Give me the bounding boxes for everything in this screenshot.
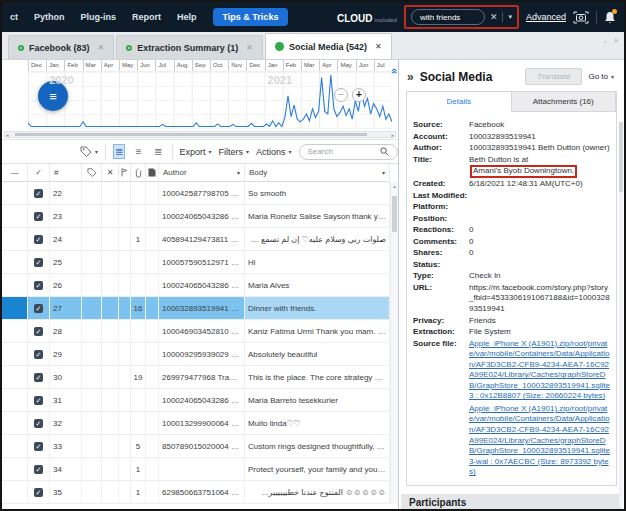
table-row[interactable]: ✓241405894129473811 قناة ال...صلوات ربي … <box>2 228 390 251</box>
advanced-search-link[interactable]: Advanced <box>526 12 566 22</box>
panel-scrollbar[interactable] <box>619 122 623 507</box>
row-attachment-count <box>131 320 146 342</box>
row-checkbox[interactable]: ✓ <box>34 258 43 267</box>
row-checkbox[interactable]: ✓ <box>34 327 43 336</box>
timeline-scrollbar[interactable]: ◂ ▸ <box>4 131 396 138</box>
global-search-input[interactable]: with friends <box>411 9 485 25</box>
table-row[interactable]: ✓28100046903452810 Dash...Kaniz Fatima U… <box>2 320 390 343</box>
table-row[interactable]: ✓31100024065043286 Celal...Maria Barreto… <box>2 389 390 412</box>
scrollbar-thumb[interactable] <box>392 196 397 232</box>
col-author[interactable]: Author▾ <box>159 164 245 181</box>
row-checkbox[interactable]: ✓ <box>34 465 43 474</box>
row-checkbox[interactable]: ✓ <box>34 235 43 244</box>
tab-close-icon[interactable]: ✕ <box>246 43 253 52</box>
close-icon[interactable]: ✕ <box>613 37 619 45</box>
scrollbar-thumb[interactable] <box>15 133 367 136</box>
row-author: 100024065043286 Celal... <box>159 205 245 227</box>
row-checkbox[interactable]: ✓ <box>34 419 43 428</box>
zoom-in-button[interactable]: + <box>352 88 366 102</box>
tab-attachments[interactable]: Attachments (16) <box>512 92 617 112</box>
row-checkbox-cell: ✓ <box>28 297 50 319</box>
source-file-link[interactable]: Apple_iPhone X (A1901).zip/root/private/… <box>469 404 610 478</box>
source-file-link[interactable]: Apple_iPhone X (A1901).zip/root/private/… <box>469 339 610 402</box>
table-row[interactable]: ✓22100042587798705 Abdul...So smooth <box>2 182 390 205</box>
col-dash[interactable]: — <box>2 164 28 181</box>
table-row[interactable]: ✓26100024065043286 Celal...Maria Alves <box>2 274 390 297</box>
tab-close-icon[interactable]: ✕ <box>98 43 105 52</box>
table-row[interactable]: ✓341Protect yourself, your family and yo… <box>2 458 390 481</box>
col-check[interactable]: ✓ <box>28 164 50 181</box>
tab-close-icon[interactable]: ✕ <box>375 42 382 51</box>
actions-button[interactable]: Actions▾ <box>256 147 292 157</box>
menu-item-python[interactable]: Python <box>34 12 65 22</box>
col-number[interactable]: # <box>50 164 82 181</box>
col-tag-icon[interactable] <box>82 164 102 181</box>
row-checkbox[interactable]: ✓ <box>34 304 43 313</box>
tab-details[interactable]: Details <box>407 92 512 112</box>
chevron-down-icon[interactable]: ⌄ <box>602 37 608 45</box>
tab-extraction[interactable]: Extraction Summary (1)✕ <box>116 35 263 59</box>
scroll-left-icon[interactable]: ◂ <box>6 132 9 138</box>
row-checkbox[interactable]: ✓ <box>34 442 43 451</box>
export-button[interactable]: Export▾ <box>179 147 211 157</box>
tab-social[interactable]: Social Media (542)✕ <box>265 33 392 59</box>
table-row[interactable]: ✓335850789015020004 L. Pri...Custom ring… <box>2 435 390 458</box>
scrollbar-thumb[interactable] <box>619 122 623 192</box>
table-row[interactable]: ✓2716100032893519941 Beth...Dinner with … <box>2 297 390 320</box>
row-checkbox[interactable]: ✓ <box>34 488 43 497</box>
detail-field-label: Status: <box>413 260 469 271</box>
expand-panel-icon[interactable]: » <box>407 70 414 84</box>
row-note-cell <box>146 205 159 227</box>
view-details-button[interactable]: ≡ <box>132 144 145 159</box>
translate-button[interactable]: Translate <box>525 68 582 85</box>
row-checkbox[interactable]: ✓ <box>34 350 43 359</box>
table-row[interactable]: ✓29100009295939029 Kaniz...Absolutely be… <box>2 343 390 366</box>
row-checkbox-cell: ✓ <box>28 251 50 273</box>
row-body: So smooth <box>245 182 390 204</box>
menu-item-ct[interactable]: ct <box>10 12 18 22</box>
row-author: 850789015020004 L. Pri... <box>159 435 245 457</box>
zoom-out-button[interactable]: − <box>334 88 348 102</box>
screenshot-icon[interactable] <box>573 11 589 24</box>
row-checkbox[interactable]: ✓ <box>34 373 43 382</box>
menu-item-report[interactable]: Report <box>132 12 161 22</box>
view-compact-button[interactable]: ≣ <box>152 144 165 159</box>
table-row[interactable]: ✓25100057590512971 ইফতে...Hi <box>2 251 390 274</box>
grid-search-input[interactable]: Search <box>299 144 399 160</box>
row-flag-cell <box>119 274 131 296</box>
filters-button[interactable]: Filters▾ <box>218 147 249 157</box>
table-row[interactable]: ✓23100024065043286 Celal...Maria Roneliz… <box>2 205 390 228</box>
scroll-right-icon[interactable]: ▸ <box>391 132 394 138</box>
search-clear-icon[interactable]: ✕ <box>490 13 498 22</box>
col-note-icon[interactable] <box>146 164 159 181</box>
view-list-button[interactable]: ≣ <box>113 144 126 159</box>
row-author: 100042587798705 Abdul... <box>159 182 245 204</box>
table-row[interactable]: ✓351629850663751064 El Jad...☺☺☺☺☺ المنت… <box>2 481 390 504</box>
tab-facebook[interactable]: Facebook (83)✕ <box>8 35 114 59</box>
col-deleted-icon[interactable]: ✕ <box>102 164 119 181</box>
detail-field-label: Last Modified: <box>413 191 469 202</box>
col-body[interactable]: Body▾ <box>245 164 390 181</box>
col-flag-icon[interactable] <box>119 164 131 181</box>
grid-scrollbar[interactable]: ▴ <box>390 182 398 504</box>
menu-item-plugins[interactable]: Plug-ins <box>81 12 117 22</box>
scroll-up-icon[interactable]: ▴ <box>391 182 398 191</box>
row-checkbox[interactable]: ✓ <box>34 212 43 221</box>
detail-field-label: Shares: <box>413 248 469 259</box>
row-number: 33 <box>50 435 82 457</box>
tips-tricks-button[interactable]: Tips & Tricks <box>213 8 289 26</box>
col-attachment-icon[interactable] <box>131 164 146 181</box>
row-note-cell <box>146 274 159 296</box>
menu-item-help[interactable]: Help <box>177 12 197 22</box>
row-attachment-count: 1 <box>131 458 146 480</box>
goto-dropdown[interactable]: Go to ▾ <box>588 72 618 81</box>
tag-dropdown[interactable]: ▾ <box>80 146 98 157</box>
search-dropdown-icon[interactable]: ▾ <box>508 13 512 21</box>
notifications-bell-icon[interactable] <box>604 11 616 24</box>
row-checkbox[interactable]: ✓ <box>34 189 43 198</box>
row-tag-cell <box>82 182 102 204</box>
table-row[interactable]: ✓32100013299900064 Maria...Muito linda♡♡ <box>2 412 390 435</box>
row-checkbox[interactable]: ✓ <box>34 396 43 405</box>
row-checkbox[interactable]: ✓ <box>34 281 43 290</box>
table-row[interactable]: ✓3019269979477968 Tracy An...This is the… <box>2 366 390 389</box>
